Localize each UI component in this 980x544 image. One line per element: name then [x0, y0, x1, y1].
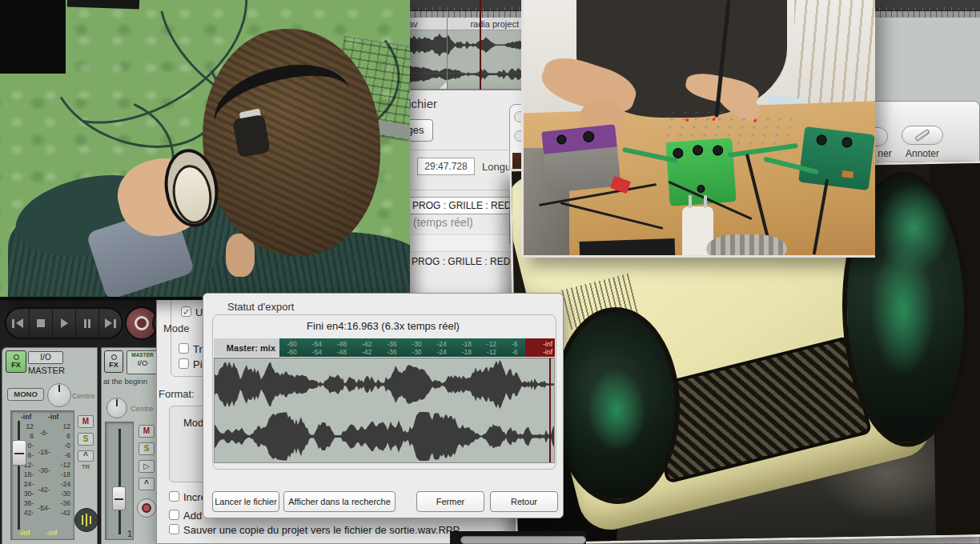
- mixer-master-strip: FX I/O MASTER MONO Centre -inf -inf 1260…: [2, 347, 98, 544]
- track1-route-button[interactable]: MASTER I/O: [127, 350, 159, 374]
- item-boundary: [447, 18, 448, 90]
- track1-fx-button[interactable]: FX: [104, 350, 123, 373]
- track1-fader[interactable]: [112, 486, 126, 510]
- mixer-bank-icon[interactable]: [74, 508, 98, 532]
- tracks-checkbox[interactable]: [179, 343, 189, 354]
- skip-end-icon: [114, 319, 116, 328]
- record-icon: [135, 316, 149, 330]
- save-copy-checkbox-label: Sauver une copie du projet vers le fichi…: [183, 524, 460, 536]
- track1-fader-panel: [105, 422, 134, 540]
- format-label: Format:: [159, 388, 195, 400]
- play-icon: [61, 318, 68, 328]
- go-to-end-button[interactable]: [99, 309, 122, 338]
- gray-pedal: [542, 124, 622, 193]
- playhead-cursor[interactable]: [480, 0, 481, 90]
- meter-label: Master: mix: [214, 338, 279, 357]
- meter-inf-right: -inf: [46, 529, 57, 537]
- pencil-icon: [914, 129, 930, 142]
- dark-green-pedal: [798, 126, 875, 190]
- launch-file-button[interactable]: Lancer le fichier: [212, 491, 279, 512]
- arrange-waveform: [404, 30, 521, 89]
- master-meter-panel: -inf -inf 1260-6-12-18-24-30-36-42- -6--…: [10, 410, 74, 540]
- mono-button[interactable]: MONO: [7, 388, 44, 401]
- media-item-label-radia-project: radia project: [450, 19, 519, 29]
- meter-scale: -60-54-48-42-36-30-24-18-12-6 -60-54-48-…: [279, 338, 525, 357]
- use-checkbox[interactable]: ✓: [181, 306, 191, 317]
- save-copy-checkbox[interactable]: [169, 524, 179, 534]
- media-item-waveforms[interactable]: [404, 30, 521, 90]
- power-icon: [14, 354, 19, 360]
- master-mix-meter: Master: mix -60-54-48-42-36-30-24-18-12-…: [214, 338, 555, 357]
- play-button[interactable]: [53, 309, 76, 338]
- track1-solo-button[interactable]: S: [139, 442, 155, 455]
- skip-start-icon: [16, 318, 23, 328]
- master-pan-label: Centre: [72, 391, 95, 400]
- add-checkbox[interactable]: [169, 510, 179, 520]
- meter-inf-left: -inf: [19, 529, 30, 537]
- track1-number: 1: [102, 529, 158, 538]
- master-fader-track[interactable]: [18, 421, 20, 530]
- pause-icon: [88, 319, 90, 328]
- master-tr-label: TR: [78, 463, 94, 470]
- master-solo-button[interactable]: S: [78, 433, 94, 446]
- item-fade-handle[interactable]: [440, 82, 447, 89]
- green-glow: [878, 182, 950, 273]
- route-io: I/O: [127, 358, 158, 367]
- export-finished-status: Fini en4:16.963 (6.3x temps réel): [203, 320, 563, 332]
- rendered-waveform-display: [214, 358, 555, 463]
- meter-top-left: -inf: [21, 413, 31, 421]
- bottom-scroll-thumb[interactable]: [460, 536, 586, 544]
- photo-headphones-listener: [0, 0, 410, 300]
- track1-fader-track[interactable]: [118, 429, 121, 534]
- track1-pan-knob[interactable]: [106, 398, 127, 418]
- render-playhead: [549, 358, 551, 462]
- stop-button[interactable]: [30, 309, 53, 338]
- mode-label: Mode: [163, 322, 190, 334]
- power-icon: [111, 354, 117, 360]
- headphone-pad: [232, 114, 271, 158]
- pause-button[interactable]: [76, 309, 99, 338]
- pistes-checkbox[interactable]: [179, 358, 189, 369]
- show-in-finder-button[interactable]: Afficher dans la recherche: [283, 491, 396, 512]
- go-to-start-button[interactable]: [6, 309, 30, 338]
- annotate-button[interactable]: [902, 126, 943, 145]
- screen: av radia project FX I/O MASTER MONO Cent…: [0, 0, 980, 544]
- realtime-status-fragment: (temps réel): [413, 216, 473, 229]
- export-status-dialog: Statut d'export Fini en4:16.963 (6.3x te…: [203, 293, 564, 518]
- meter-scale-right: 126-0-6-12-18-24-30-36-42: [54, 422, 70, 517]
- stop-icon: [37, 319, 45, 327]
- master-env-button[interactable]: ^: [78, 450, 94, 462]
- photo-circuit-bending-table: [521, 0, 875, 258]
- track1-pan-label: Centre: [131, 404, 154, 413]
- route-target: MASTER: [127, 351, 158, 358]
- track1-record-arm-button[interactable]: [137, 498, 156, 518]
- black-box: [580, 238, 675, 258]
- increment-checkbox[interactable]: [169, 491, 179, 502]
- rendered-waveform: [215, 358, 554, 462]
- master-pan-knob[interactable]: [47, 383, 71, 407]
- track1-mute-button[interactable]: M: [139, 425, 155, 438]
- master-fader[interactable]: [12, 440, 26, 466]
- add-checkbox-label: Add: [183, 510, 202, 522]
- media-items[interactable]: av radia project: [404, 18, 521, 90]
- master-io-button[interactable]: I/O: [28, 351, 63, 364]
- back-button[interactable]: Retour: [490, 491, 558, 512]
- transport-bar: [5, 307, 123, 339]
- track1-env-text: at the beginn: [103, 377, 147, 386]
- meter-top-right: -inf: [48, 413, 58, 421]
- meter-scale-left: 1260-6-12-18-24-30-36-42-: [21, 422, 34, 517]
- track1-play-button[interactable]: ▷: [139, 460, 155, 473]
- annotate-label: Annoter: [896, 148, 949, 159]
- metal-cylinder: [706, 234, 787, 258]
- meter-scale-center: -6--18--30--42--54-: [37, 429, 51, 512]
- export-status-title: Statut d'export: [227, 301, 294, 313]
- master-fx-button[interactable]: FX: [6, 350, 26, 373]
- master-mute-button[interactable]: M: [78, 415, 94, 428]
- meter-clip-indicator: -inf -inf: [525, 338, 555, 357]
- master-strip-name: MASTER: [28, 366, 65, 375]
- record-arm-icon: [142, 503, 151, 513]
- length-field[interactable]: 29:47.728: [417, 158, 475, 175]
- mixer-track1-strip: FX MASTER I/O at the beginn Centre M S ▷…: [101, 347, 160, 544]
- track1-env2-button[interactable]: ^: [139, 478, 155, 490]
- close-button[interactable]: Fermer: [416, 491, 484, 512]
